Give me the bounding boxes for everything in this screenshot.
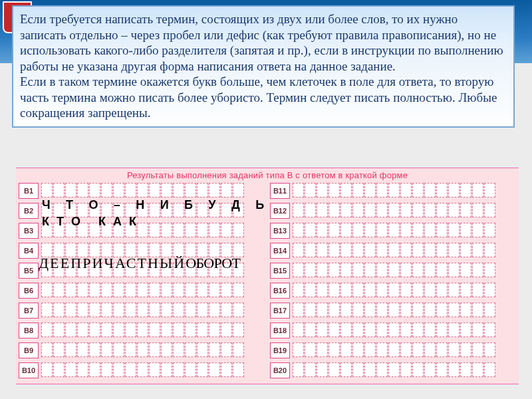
answer-cell[interactable]	[364, 303, 376, 317]
answer-cell[interactable]	[448, 243, 460, 257]
answer-cell[interactable]	[340, 323, 352, 337]
answer-cell[interactable]	[364, 203, 376, 217]
answer-cell[interactable]	[161, 223, 172, 237]
answer-cell[interactable]	[113, 203, 124, 217]
answer-cell[interactable]	[185, 342, 196, 357]
answer-cell[interactable]	[89, 362, 100, 377]
answer-cell[interactable]	[472, 283, 483, 297]
answer-cell[interactable]	[137, 303, 148, 317]
answer-cell[interactable]	[197, 243, 208, 257]
answer-cell[interactable]	[388, 323, 400, 337]
answer-cell[interactable]	[472, 203, 483, 217]
answer-cell[interactable]	[149, 362, 160, 377]
answer-cell[interactable]	[89, 303, 100, 317]
answer-cell[interactable]	[41, 323, 53, 337]
answer-cell[interactable]	[364, 283, 376, 297]
answer-cell[interactable]	[101, 263, 112, 277]
answer-cell[interactable]	[77, 303, 88, 317]
answer-cell[interactable]	[436, 183, 448, 198]
answer-cell[interactable]	[388, 243, 400, 257]
answer-cell[interactable]	[149, 203, 160, 217]
answer-cell[interactable]	[185, 283, 196, 297]
answer-cell[interactable]	[472, 303, 483, 317]
answer-cell[interactable]	[221, 263, 232, 277]
answer-cell[interactable]	[161, 283, 172, 297]
answer-cell[interactable]	[197, 223, 208, 237]
answer-cell[interactable]	[221, 303, 232, 317]
answer-cell[interactable]	[460, 223, 471, 237]
answer-cell[interactable]	[329, 323, 340, 337]
answer-cell[interactable]	[376, 263, 388, 277]
answer-cell[interactable]	[185, 243, 196, 257]
answer-cell[interactable]	[400, 183, 412, 198]
answer-cell[interactable]	[41, 263, 53, 277]
answer-cell[interactable]	[472, 342, 483, 357]
answer-cell[interactable]	[329, 223, 340, 237]
answer-cell[interactable]	[125, 362, 136, 377]
answer-cell[interactable]	[197, 283, 208, 297]
answer-cell[interactable]	[221, 243, 232, 257]
answer-cell[interactable]	[305, 183, 316, 198]
answer-cell[interactable]	[484, 283, 495, 297]
answer-cell[interactable]	[125, 263, 136, 277]
answer-cell[interactable]	[472, 362, 483, 377]
answer-cell[interactable]	[161, 263, 172, 277]
answer-cell[interactable]	[460, 342, 471, 357]
answer-cell[interactable]	[305, 342, 316, 357]
answer-cell[interactable]	[41, 283, 53, 297]
answer-cell[interactable]	[388, 203, 400, 217]
answer-cell[interactable]	[424, 223, 436, 237]
answer-cell[interactable]	[317, 342, 328, 357]
answer-cell[interactable]	[53, 362, 65, 377]
answer-cell[interactable]	[65, 342, 76, 357]
answer-cell[interactable]	[412, 283, 424, 297]
answer-cell[interactable]	[161, 243, 172, 257]
answer-cell[interactable]	[424, 203, 436, 217]
answer-cell[interactable]	[113, 223, 124, 237]
answer-cell[interactable]	[233, 283, 244, 297]
answer-cell[interactable]	[376, 223, 388, 237]
answer-cell[interactable]	[101, 223, 112, 237]
answer-cell[interactable]	[65, 362, 76, 377]
answer-cell[interactable]	[317, 283, 328, 297]
answer-cell[interactable]	[472, 223, 483, 237]
answer-cell[interactable]	[352, 323, 364, 337]
answer-cell[interactable]	[233, 203, 244, 217]
answer-cell[interactable]	[305, 243, 316, 257]
answer-cell[interactable]	[317, 303, 328, 317]
answer-cell[interactable]	[412, 203, 424, 217]
answer-cell[interactable]	[484, 323, 495, 337]
answer-cell[interactable]	[77, 263, 88, 277]
answer-cell[interactable]	[293, 342, 304, 357]
answer-cell[interactable]	[53, 342, 65, 357]
answer-cell[interactable]	[317, 223, 328, 237]
answer-cell[interactable]	[53, 223, 65, 237]
answer-cell[interactable]	[185, 263, 196, 277]
answer-cell[interactable]	[388, 283, 400, 297]
answer-cell[interactable]	[41, 362, 53, 377]
answer-cell[interactable]	[460, 183, 471, 198]
answer-cell[interactable]	[113, 243, 124, 257]
answer-cell[interactable]	[185, 303, 196, 317]
answer-cell[interactable]	[412, 303, 424, 317]
answer-cell[interactable]	[436, 303, 448, 317]
answer-cell[interactable]	[400, 342, 412, 357]
answer-cell[interactable]	[364, 342, 376, 357]
answer-cell[interactable]	[329, 243, 340, 257]
answer-cell[interactable]	[197, 342, 208, 357]
answer-cell[interactable]	[460, 243, 471, 257]
answer-cell[interactable]	[329, 342, 340, 357]
answer-cell[interactable]	[113, 283, 124, 297]
answer-cell[interactable]	[305, 223, 316, 237]
answer-cell[interactable]	[185, 323, 196, 337]
answer-cell[interactable]	[161, 183, 172, 198]
answer-cell[interactable]	[460, 203, 471, 217]
answer-cell[interactable]	[329, 263, 340, 277]
answer-cell[interactable]	[125, 203, 136, 217]
answer-cell[interactable]	[293, 303, 304, 317]
answer-cell[interactable]	[352, 342, 364, 357]
answer-cell[interactable]	[317, 362, 328, 377]
answer-cell[interactable]	[448, 223, 460, 237]
answer-cell[interactable]	[53, 323, 65, 337]
answer-cell[interactable]	[113, 323, 124, 337]
